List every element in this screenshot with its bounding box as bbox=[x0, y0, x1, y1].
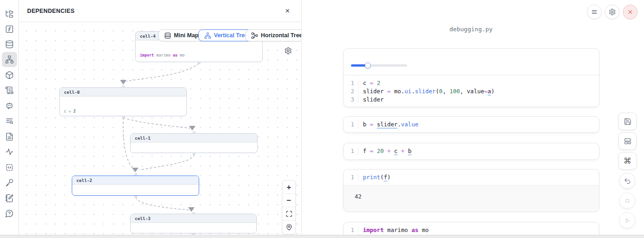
map-pin-icon bbox=[286, 224, 293, 231]
line-number: 1 bbox=[344, 79, 358, 87]
shutdown-button[interactable] bbox=[623, 5, 638, 19]
dependency-graph-canvas[interactable]: cell-4 import marimo as mo a = 20 cell-0… bbox=[19, 22, 301, 235]
gear-icon bbox=[609, 8, 616, 16]
zoom-in-button[interactable]: + bbox=[282, 181, 295, 194]
scratchpad-icon[interactable] bbox=[2, 191, 17, 206]
mini-map-label: Mini Map bbox=[174, 32, 198, 39]
file-explorer-icon[interactable] bbox=[2, 6, 17, 22]
node-title: cell-3 bbox=[131, 214, 256, 223]
graph-node-cell-0[interactable]: cell-0 c = 2 slider = mo.ui.slider(0, 10… bbox=[59, 87, 187, 116]
marimo-app: DEPENDENCIES × bbox=[0, 0, 644, 238]
save-icon bbox=[624, 118, 632, 125]
graph-settings-gear-icon[interactable] bbox=[284, 47, 292, 57]
mini-map-button[interactable]: Mini Map bbox=[158, 29, 204, 41]
code-editor[interactable]: 1print(f) bbox=[344, 170, 599, 185]
line-number: 1 bbox=[344, 120, 358, 129]
command-palette-button[interactable]: ⌘ bbox=[618, 152, 637, 170]
dependencies-panel: DEPENDENCIES × bbox=[19, 0, 302, 235]
code-line: f = 20 + c + b bbox=[358, 147, 411, 155]
notebook-filename[interactable]: debugging.py bbox=[343, 26, 599, 33]
node-code-line: c = 2 bbox=[64, 109, 182, 114]
menu-icon bbox=[591, 8, 598, 16]
tracing-icon[interactable] bbox=[2, 144, 17, 159]
code-line: slider bbox=[358, 96, 384, 104]
documentation-icon[interactable] bbox=[2, 83, 17, 98]
rows-icon bbox=[164, 32, 171, 39]
graph-zoom-controls: + − bbox=[282, 180, 296, 234]
vertical-tree-icon bbox=[204, 32, 211, 39]
variables-icon[interactable] bbox=[2, 22, 17, 37]
code-editor[interactable]: 1f = 20 + c + b bbox=[344, 143, 599, 159]
layout-icon bbox=[624, 137, 632, 145]
secrets-icon[interactable] bbox=[2, 175, 17, 190]
horizontal-tree-label: Horizontal Tree bbox=[261, 32, 301, 39]
outline-icon[interactable] bbox=[2, 129, 17, 144]
stop-icon bbox=[624, 197, 631, 204]
ai-chat-icon[interactable] bbox=[2, 98, 17, 113]
close-icon bbox=[627, 8, 634, 16]
notebook-area: debugging.py 1c = 2 2slider = mo.ui.s bbox=[302, 0, 644, 235]
node-title: cell-0 bbox=[60, 88, 186, 96]
code-line: b = slider.value bbox=[358, 120, 418, 129]
line-number: 1 bbox=[344, 226, 358, 234]
undo-icon bbox=[624, 177, 631, 185]
horizontal-tree-icon bbox=[251, 32, 258, 39]
plus-icon: + bbox=[287, 183, 291, 191]
code-editor[interactable]: 1b = slider.value bbox=[344, 117, 599, 132]
slider-widget[interactable] bbox=[351, 62, 407, 68]
line-number: 1 bbox=[344, 173, 358, 181]
cell-print[interactable]: 1print(f) 42 bbox=[343, 169, 599, 211]
maximize-icon bbox=[286, 210, 293, 217]
fit-view-button[interactable] bbox=[282, 207, 295, 221]
cell-f-assignment[interactable]: 1f = 20 + c + b bbox=[343, 143, 599, 160]
vertical-tree-label: Vertical Tree bbox=[214, 32, 248, 39]
code-line: print(f) bbox=[358, 173, 391, 181]
command-icon: ⌘ bbox=[624, 156, 632, 165]
code-line: import marimo as mo bbox=[358, 226, 429, 234]
data-sources-icon[interactable] bbox=[2, 37, 17, 52]
dependencies-icon[interactable] bbox=[2, 52, 17, 67]
notebook-settings-button[interactable] bbox=[605, 5, 620, 19]
run-button[interactable] bbox=[619, 212, 635, 228]
slider-thumb[interactable] bbox=[365, 62, 371, 68]
close-panel-icon[interactable]: × bbox=[282, 6, 293, 17]
layout-toggle-button[interactable] bbox=[618, 132, 637, 150]
dependencies-panel-header: DEPENDENCIES × bbox=[19, 0, 301, 22]
zoom-out-button[interactable]: − bbox=[282, 194, 295, 207]
node-title: cell-2 bbox=[72, 176, 199, 185]
line-number: 2 bbox=[344, 87, 358, 96]
stop-button[interactable] bbox=[619, 193, 635, 209]
packages-icon[interactable] bbox=[2, 68, 17, 83]
graph-node-cell-1[interactable]: cell-1 b = slider.value bbox=[130, 133, 258, 153]
line-number: 3 bbox=[344, 96, 358, 104]
logs-icon[interactable] bbox=[2, 113, 17, 129]
notebook-menu-button[interactable] bbox=[587, 5, 602, 19]
snippets-icon[interactable] bbox=[2, 160, 17, 175]
graph-node-cell-2-selected[interactable]: cell-2 f = 20 + c + b bbox=[72, 176, 199, 196]
cell-slider[interactable]: 1c = 2 2slider = mo.ui.slider(0, 100, va… bbox=[343, 48, 599, 107]
cell-b-assignment[interactable]: 1b = slider.value bbox=[343, 116, 599, 133]
bottom-status-strip bbox=[0, 235, 644, 238]
horizontal-tree-button[interactable]: Horizontal Tree bbox=[245, 29, 301, 41]
node-code-line: import marimo as mo bbox=[140, 53, 258, 58]
save-button[interactable] bbox=[618, 113, 637, 130]
slider-output-area bbox=[344, 49, 599, 75]
left-icon-sidebar bbox=[0, 0, 19, 238]
locate-node-button[interactable] bbox=[282, 221, 295, 234]
console-output: 42 bbox=[344, 186, 599, 210]
code-editor[interactable]: 1c = 2 2slider = mo.ui.slider(0, 100, va… bbox=[344, 75, 599, 107]
minus-icon: − bbox=[287, 197, 291, 204]
help-icon[interactable] bbox=[2, 206, 17, 221]
node-title: cell-1 bbox=[131, 134, 257, 142]
panel-title: DEPENDENCIES bbox=[27, 8, 75, 14]
code-line: c = 2 bbox=[358, 79, 380, 87]
code-line: slider = mo.ui.slider(0, 100, value=a) bbox=[358, 87, 494, 96]
play-icon bbox=[624, 217, 631, 224]
undo-button[interactable] bbox=[619, 173, 635, 189]
graph-node-cell-3[interactable]: cell-3 print(f) bbox=[130, 214, 257, 233]
line-number: 1 bbox=[344, 147, 358, 155]
